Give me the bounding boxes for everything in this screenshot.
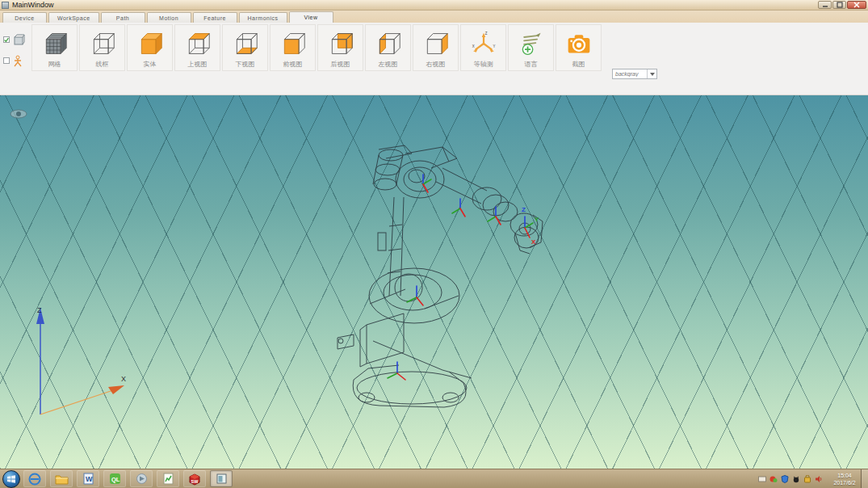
notepad-chart-taskbar-button[interactable]: [157, 470, 179, 487]
button-label: 左视图: [379, 60, 398, 69]
check-icon: [4, 37, 9, 43]
media-player-taskbar-button[interactable]: [130, 470, 153, 487]
minimize-button[interactable]: [818, 1, 832, 9]
svg-text:W: W: [86, 475, 93, 483]
ribbon-button-row: 网格 线框 实体: [31, 24, 603, 71]
tab-feature[interactable]: Feature: [193, 12, 237, 23]
media-player-icon: [136, 473, 148, 485]
windows-logo-icon: [6, 474, 16, 484]
svg-text:Y: Y: [535, 216, 539, 223]
unchecked-checkbox[interactable]: [3, 57, 10, 64]
chevron-down-icon: [650, 73, 655, 76]
folder-icon: [55, 473, 69, 485]
figure-visibility-toggle[interactable]: [3, 53, 31, 68]
eye-gizmo-icon[interactable]: [8, 107, 29, 121]
solidworks-icon: SW: [188, 473, 201, 486]
button-label: 截图: [572, 60, 585, 69]
person-axis-icon: [12, 55, 24, 67]
button-label: 语言: [525, 60, 538, 69]
start-button[interactable]: [2, 470, 20, 488]
svg-text:SW: SW: [191, 479, 199, 484]
world-axis-gizmo: Z X: [23, 301, 136, 427]
list-add-icon: [518, 31, 544, 57]
messenger-icon: QL: [109, 473, 121, 485]
button-label: 右视图: [426, 60, 446, 69]
messenger-taskbar-button[interactable]: QL: [103, 470, 126, 487]
axis-tripod-icon: ZXY: [471, 31, 497, 57]
taskbar-clock[interactable]: 15:04 2017/6/2: [829, 472, 860, 486]
close-icon: [853, 2, 860, 8]
button-label: 网格: [48, 60, 61, 69]
cube-top-face-icon: [185, 31, 211, 57]
system-tray: 15:04 2017/6/2: [758, 469, 860, 488]
button-label: 实体: [144, 60, 157, 69]
tab-harmonics[interactable]: Harmonics: [239, 12, 287, 23]
wireframe-view-button[interactable]: 线框: [79, 24, 125, 71]
taskbar: W QL SW: [0, 469, 868, 488]
clock-time: 15:04: [829, 472, 860, 479]
mesh-cube-icon: [12, 34, 25, 46]
mesh-view-button[interactable]: 网格: [31, 24, 78, 71]
minimize-icon: [822, 2, 828, 8]
shield-icon[interactable]: [781, 475, 789, 483]
tab-device[interactable]: Device: [2, 12, 47, 23]
bottom-view-button[interactable]: 下视图: [222, 24, 268, 71]
view-ribbon: 网格 线框 实体: [0, 23, 868, 95]
button-label: 上视图: [188, 60, 208, 69]
svg-text:Z: Z: [484, 32, 487, 36]
file-explorer-taskbar-button[interactable]: [50, 470, 73, 487]
isometric-view-button[interactable]: ZXY 等轴测: [460, 24, 506, 71]
volume-icon[interactable]: [815, 475, 823, 483]
left-view-button[interactable]: 左视图: [365, 24, 411, 71]
solidworks-taskbar-button[interactable]: SW: [183, 470, 206, 487]
button-label: 线框: [96, 60, 109, 69]
top-view-button[interactable]: 上视图: [174, 24, 220, 71]
screenshot-button[interactable]: 截图: [556, 24, 602, 71]
back-view-button[interactable]: 后视图: [317, 24, 363, 71]
word-icon: W: [82, 473, 94, 485]
close-button[interactable]: [847, 1, 866, 9]
dropdown-arrow-button[interactable]: [647, 69, 656, 78]
mesh-cube-icon: [42, 31, 68, 57]
show-desktop-button[interactable]: [861, 469, 868, 488]
button-label: 等轴测: [474, 60, 493, 69]
warning-icon[interactable]: [803, 475, 811, 483]
svg-text:X: X: [531, 238, 536, 246]
word-taskbar-button[interactable]: W: [77, 470, 99, 487]
visibility-toggles: [3, 32, 31, 74]
antivirus-icon[interactable]: [769, 475, 778, 483]
app-icon: [2, 2, 9, 9]
viewport-3d[interactable]: Z X: [0, 95, 868, 469]
maximize-button[interactable]: [832, 1, 846, 9]
tab-path[interactable]: Path: [101, 12, 145, 23]
menu-tab-strip: Device WorkSpace Path Motion Feature Har…: [0, 11, 868, 23]
cube-right-face-icon: [423, 31, 449, 57]
button-label: 下视图: [236, 60, 255, 69]
notepad-chart-icon: [162, 473, 174, 485]
robot-wireframe[interactable]: Z Y X: [321, 137, 556, 412]
solid-view-button[interactable]: 实体: [127, 24, 173, 71]
svg-text:Z: Z: [522, 206, 526, 213]
cube-front-face-icon: [280, 31, 306, 57]
pet-assistant-icon[interactable]: [792, 475, 800, 483]
front-view-button[interactable]: 前视图: [270, 24, 316, 71]
tab-motion[interactable]: Motion: [147, 12, 191, 23]
cube-left-face-icon: [375, 31, 401, 57]
svg-text:X: X: [472, 44, 474, 48]
right-view-button[interactable]: 右视图: [413, 24, 459, 71]
tab-view[interactable]: View: [289, 11, 333, 23]
background-select[interactable]: backgray: [612, 69, 657, 79]
mainwindow-app-icon: [216, 473, 228, 485]
tab-workspace[interactable]: WorkSpace: [48, 12, 99, 23]
checked-checkbox[interactable]: [3, 36, 10, 43]
cube-back-face-icon: [328, 31, 354, 57]
svg-text:Y: Y: [493, 44, 495, 48]
internet-explorer-taskbar-button[interactable]: [23, 470, 46, 487]
clock-date: 2017/6/2: [829, 479, 860, 486]
title-bar: MainWindow: [0, 0, 868, 11]
mainwindow-taskbar-button[interactable]: [210, 470, 233, 487]
language-bar-icon[interactable]: [758, 475, 766, 483]
language-button[interactable]: 语言: [508, 24, 554, 71]
window-title: MainWindow: [12, 1, 54, 9]
grid-visibility-toggle[interactable]: [3, 32, 31, 47]
